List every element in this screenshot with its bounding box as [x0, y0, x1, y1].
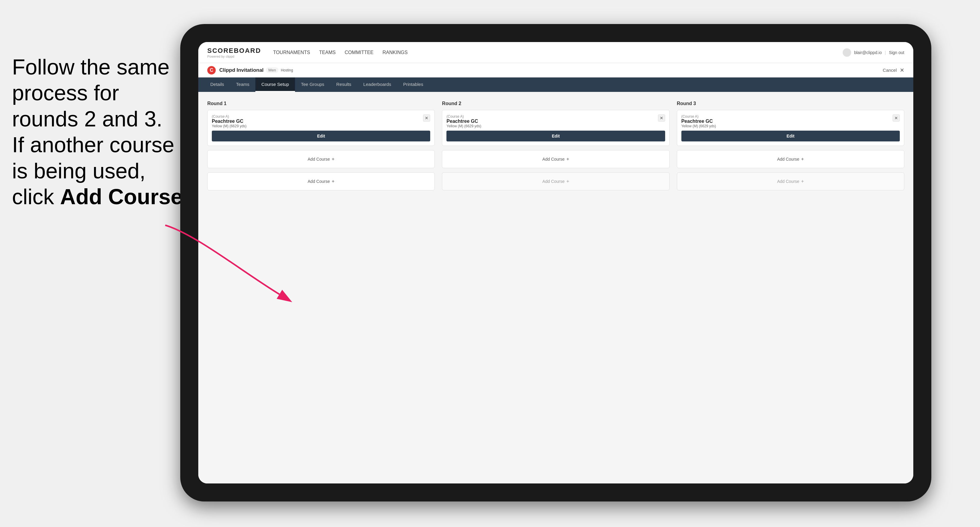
cancel-button[interactable]: Cancel — [883, 68, 897, 73]
round-3-course-card: (Course A) Peachtree GC Yellow (M) (6629… — [677, 110, 904, 146]
round-1-course-card: (Course A) Peachtree GC Yellow (M) (6629… — [207, 110, 435, 146]
round-3-course-detail: Yellow (M) (6629 yds) — [681, 124, 716, 128]
round-2-course-header: (Course A) Peachtree GC Yellow (M) (6629… — [446, 114, 665, 128]
nav-tournaments[interactable]: TOURNAMENTS — [273, 49, 310, 56]
tab-tee-groups[interactable]: Tee Groups — [295, 78, 331, 92]
round-1-course-label: (Course A) — [212, 114, 247, 119]
round-2-course-name: Peachtree GC — [446, 119, 481, 124]
round-1-course-detail: Yellow (M) (6629 yds) — [212, 124, 247, 128]
tablet-screen: SCOREBOARD Powered by clippd TOURNAMENTS… — [198, 42, 913, 483]
round-2-title: Round 2 — [442, 101, 669, 106]
nav-teams[interactable]: TEAMS — [319, 49, 336, 56]
gender-badge: Men — [266, 67, 278, 73]
instruction-line1: Follow the same — [12, 55, 169, 79]
main-content: Round 1 (Course A) Peachtree GC Yellow (… — [198, 92, 913, 483]
tab-results[interactable]: Results — [330, 78, 357, 92]
round-2-add-course-2-label: Add Course — [542, 179, 565, 184]
round-3-course-header: (Course A) Peachtree GC Yellow (M) (6629… — [681, 114, 900, 128]
round-2-add-course-1-plus-icon: + — [566, 156, 569, 162]
round-2-add-course-1-label: Add Course — [542, 157, 565, 162]
instruction-line6-bold: Add Course. — [60, 185, 189, 209]
round-1-add-course-2-label: Add Course — [308, 179, 330, 184]
round-2-course-card: (Course A) Peachtree GC Yellow (M) (6629… — [442, 110, 669, 146]
tournament-name: Clippd Invitational — [219, 67, 264, 73]
round-3-delete-button[interactable]: ✕ — [892, 114, 900, 122]
round-2-delete-button[interactable]: ✕ — [658, 114, 665, 122]
round-1-add-course-1-plus-icon: + — [332, 156, 334, 162]
page-root: Follow the same process for rounds 2 and… — [0, 0, 980, 527]
round-1-add-course-1[interactable]: Add Course + — [207, 150, 435, 168]
scoreboard-logo: SCOREBOARD Powered by clippd — [207, 47, 261, 58]
round-1-add-course-2[interactable]: Add Course + — [207, 172, 435, 190]
round-3-edit-button[interactable]: Edit — [681, 131, 900, 141]
separator: | — [885, 50, 886, 55]
tab-leaderboards[interactable]: Leaderboards — [357, 78, 397, 92]
logo-title: SCOREBOARD — [207, 47, 261, 55]
round-3-add-course-1[interactable]: Add Course + — [677, 150, 904, 168]
nav-right: blair@clippd.io | Sign out — [843, 48, 904, 57]
round-2-course-detail: Yellow (M) (6629 yds) — [446, 124, 481, 128]
tab-bar: Details Teams Course Setup Tee Groups Re… — [198, 78, 913, 92]
round-2-course-label: (Course A) — [446, 114, 481, 119]
round-1-course-header: (Course A) Peachtree GC Yellow (M) (6629… — [212, 114, 430, 128]
tablet-device: SCOREBOARD Powered by clippd TOURNAMENTS… — [180, 24, 931, 502]
round-2-course-info: (Course A) Peachtree GC Yellow (M) (6629… — [446, 114, 481, 128]
round-3-column: Round 3 (Course A) Peachtree GC Yellow (… — [677, 101, 904, 195]
round-1-course-name: Peachtree GC — [212, 119, 247, 124]
tab-details[interactable]: Details — [204, 78, 230, 92]
instruction-line6-prefix: click — [12, 185, 60, 209]
round-1-delete-button[interactable]: ✕ — [423, 114, 430, 122]
round-2-add-course-2-plus-icon: + — [566, 179, 569, 184]
round-1-column: Round 1 (Course A) Peachtree GC Yellow (… — [207, 101, 435, 195]
round-3-course-name: Peachtree GC — [681, 119, 716, 124]
tab-teams[interactable]: Teams — [230, 78, 255, 92]
instruction-line4: If another course — [12, 133, 174, 157]
round-1-add-course-2-plus-icon: + — [332, 179, 334, 184]
instruction-line5: is being used, — [12, 159, 145, 183]
logo-subtitle: Powered by clippd — [207, 55, 261, 58]
instruction-line3: rounds 2 and 3. — [12, 107, 162, 131]
nav-rankings[interactable]: RANKINGS — [382, 49, 408, 56]
top-nav: SCOREBOARD Powered by clippd TOURNAMENTS… — [198, 42, 913, 63]
round-3-title: Round 3 — [677, 101, 904, 106]
round-3-add-course-2: Add Course + — [677, 172, 904, 190]
user-avatar — [843, 48, 851, 57]
round-1-edit-button[interactable]: Edit — [212, 131, 430, 141]
round-3-add-course-2-plus-icon: + — [801, 179, 804, 184]
rounds-grid: Round 1 (Course A) Peachtree GC Yellow (… — [207, 101, 904, 195]
round-1-course-info: (Course A) Peachtree GC Yellow (M) (6629… — [212, 114, 247, 128]
tournament-logo: C — [207, 66, 216, 75]
round-3-add-course-2-label: Add Course — [777, 179, 799, 184]
instruction-block: Follow the same process for rounds 2 and… — [0, 42, 204, 222]
close-icon[interactable]: ✕ — [900, 67, 904, 73]
tournament-bar: C Clippd Invitational Men Hosting Cancel… — [198, 63, 913, 78]
sign-out-link[interactable]: Sign out — [889, 50, 904, 55]
round-1-add-course-1-label: Add Course — [308, 157, 330, 162]
round-3-course-info: (Course A) Peachtree GC Yellow (M) (6629… — [681, 114, 716, 128]
round-3-add-course-1-plus-icon: + — [801, 156, 804, 162]
hosting-badge: Hosting — [281, 68, 293, 72]
round-3-add-course-1-label: Add Course — [777, 157, 799, 162]
nav-links: TOURNAMENTS TEAMS COMMITTEE RANKINGS — [273, 49, 843, 56]
tab-printables[interactable]: Printables — [397, 78, 429, 92]
round-2-add-course-2: Add Course + — [442, 172, 669, 190]
nav-committee[interactable]: COMMITTEE — [345, 49, 374, 56]
round-2-edit-button[interactable]: Edit — [446, 131, 665, 141]
round-1-title: Round 1 — [207, 101, 435, 106]
tournament-bar-right: Cancel ✕ — [883, 67, 904, 73]
round-2-column: Round 2 (Course A) Peachtree GC Yellow (… — [442, 101, 669, 195]
round-3-course-label: (Course A) — [681, 114, 716, 119]
round-2-add-course-1[interactable]: Add Course + — [442, 150, 669, 168]
user-email: blair@clippd.io — [854, 50, 882, 55]
instruction-line2: process for — [12, 81, 119, 105]
tab-course-setup[interactable]: Course Setup — [255, 78, 295, 92]
